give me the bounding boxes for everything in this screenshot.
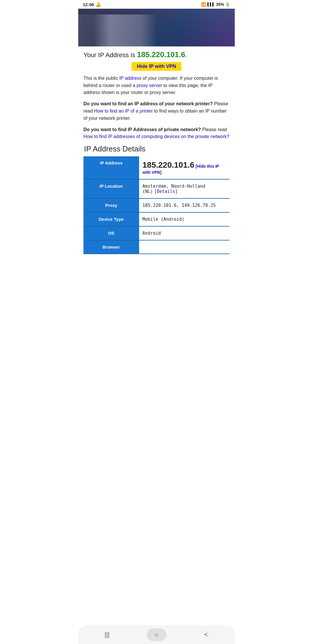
- ip-address-link[interactable]: IP address: [119, 76, 141, 81]
- label-os: OS: [83, 226, 139, 240]
- table-row-ip: IP Address 185.220.101.6 [Hide this IP w…: [83, 156, 230, 179]
- desc-text1: This is the public: [83, 76, 119, 81]
- value-device-type: Mobile (Android): [139, 212, 230, 226]
- status-bar: 12:06 🔔 📶 ▌▌▌ 35% 🔋: [78, 0, 235, 9]
- ip-value-display: 185.220.101.6: [137, 50, 185, 59]
- battery-icon: 🔋: [225, 2, 230, 7]
- private-network-link[interactable]: How to find IP addresses of computing de…: [83, 134, 229, 139]
- value-ip-address: 185.220.101.6 [Hide this IP with VPN]: [139, 156, 230, 179]
- table-row-os: OS Android: [83, 226, 230, 240]
- device-type-value: Mobile (Android): [143, 217, 185, 222]
- table-row-browser: Browser: [83, 240, 230, 254]
- proxy-value: 185.220.101.6, 149.126.78.25: [143, 203, 216, 208]
- battery-text: 35%: [216, 2, 224, 7]
- headline-suffix: .: [185, 51, 187, 59]
- notification-icon: 🔔: [96, 2, 101, 7]
- printer-question-bold: Do you want to find an IP address of you…: [83, 101, 213, 106]
- hero-image: [78, 9, 235, 46]
- question-block-printer: Do you want to find an IP address of you…: [83, 100, 230, 122]
- value-proxy: 185.220.101.6, 149.126.78.25: [139, 198, 230, 212]
- printer-link[interactable]: How to find an IP of a printer: [94, 108, 152, 113]
- os-value: Android: [143, 231, 161, 236]
- wifi-icon: 📶: [201, 2, 206, 7]
- value-browser: [139, 240, 230, 254]
- time-display: 12:06: [83, 2, 94, 7]
- label-proxy: Proxy: [83, 198, 139, 212]
- status-left: 12:06 🔔: [83, 2, 101, 7]
- value-ip-location: Amsterdam, Noord-Holland(NL) [Details]: [139, 179, 230, 198]
- headline-prefix: Your IP Address is: [83, 51, 137, 59]
- ip-headline: Your IP Address is 185.220.101.6.: [83, 50, 230, 60]
- table-row-proxy: Proxy 185.220.101.6, 149.126.78.25: [83, 198, 230, 212]
- location-details-link[interactable]: [Details]: [154, 189, 178, 194]
- private-question-bold: Do you want to find IP Addresses of priv…: [83, 127, 201, 132]
- main-content: Your IP Address is 185.220.101.6. Hide I…: [78, 46, 235, 277]
- table-row-location: IP Location Amsterdam, Noord-Holland(NL)…: [83, 179, 230, 198]
- table-row-device: Device Type Mobile (Android): [83, 212, 230, 226]
- status-right: 📶 ▌▌▌ 35% 🔋: [201, 2, 230, 7]
- label-device-type: Device Type: [83, 212, 139, 226]
- signal-icon: ▌▌▌: [207, 2, 215, 6]
- question-block-private: Do you want to find IP Addresses of priv…: [83, 126, 230, 141]
- proxy-server-link[interactable]: proxy server: [137, 83, 162, 88]
- ip-big-value: 185.220.101.6: [143, 160, 194, 169]
- details-table: IP Address 185.220.101.6 [Hide this IP w…: [83, 156, 230, 254]
- label-browser: Browser: [83, 240, 139, 254]
- hide-vpn-button[interactable]: Hide IP with VPN: [132, 62, 181, 71]
- description-text: This is the public IP address of your co…: [83, 75, 230, 96]
- section-title: IP Address Details: [83, 144, 230, 153]
- private-text1: Please read: [201, 127, 227, 132]
- label-ip-address: IP Address: [83, 156, 139, 179]
- value-os: Android: [139, 226, 230, 240]
- label-ip-location: IP Location: [83, 179, 139, 198]
